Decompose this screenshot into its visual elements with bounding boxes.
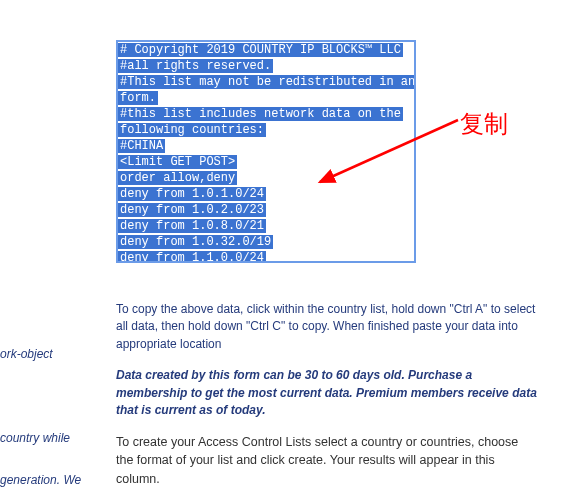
code-line: deny from 1.0.1.0/24 — [118, 186, 414, 202]
code-line: following countries: — [118, 122, 414, 138]
left-cropped-text: ork-object country while generation. We — [0, 0, 85, 500]
left-fragment-2: country while — [0, 430, 70, 447]
acl-output-textarea[interactable]: # Copyright 2019 COUNTRY IP BLOCKS™ LLC#… — [116, 40, 416, 263]
code-line: #This list may not be redistributed in a… — [118, 74, 414, 90]
code-line: #all rights reserved. — [118, 58, 414, 74]
code-line: #CHINA — [118, 138, 414, 154]
code-line: deny from 1.0.2.0/23 — [118, 202, 414, 218]
annotation-copy-label: 复制 — [460, 108, 508, 140]
code-line: #this list includes network data on the — [118, 106, 414, 122]
code-line: deny from 1.0.32.0/19 — [118, 234, 414, 250]
create-acl-instructions: To create your Access Control Lists sele… — [116, 433, 536, 487]
code-line: # Copyright 2019 COUNTRY IP BLOCKS™ LLC — [118, 42, 414, 58]
code-line: form. — [118, 90, 414, 106]
membership-notice: Data created by this form can be 30 to 6… — [116, 367, 546, 419]
code-line: deny from 1.1.0.0/24 — [118, 250, 414, 263]
left-fragment-3: generation. We — [0, 472, 81, 489]
left-fragment-1: ork-object — [0, 346, 53, 363]
code-line: <Limit GET POST> — [118, 154, 414, 170]
code-line: order allow,deny — [118, 170, 414, 186]
code-line: deny from 1.0.8.0/21 — [118, 218, 414, 234]
copy-instructions: To copy the above data, click within the… — [116, 301, 536, 353]
